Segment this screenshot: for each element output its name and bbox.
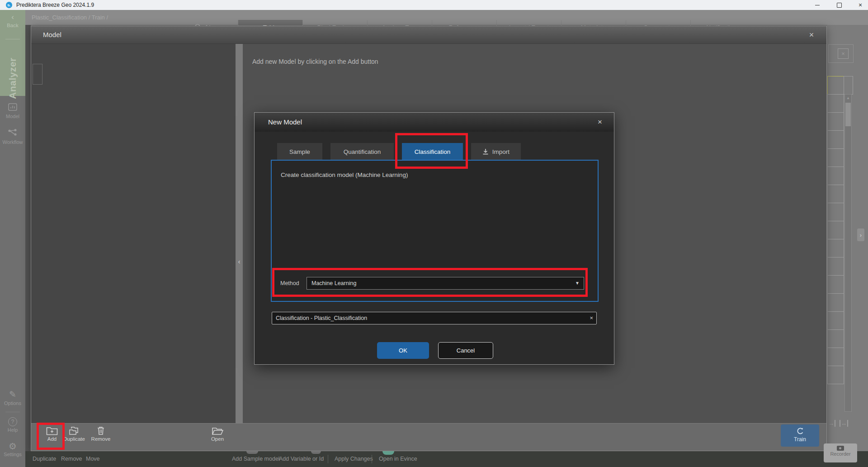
table-cell[interactable]: [827, 329, 844, 348]
separator: [328, 455, 328, 463]
table-cell[interactable]: [827, 148, 844, 167]
sidebar-item-options[interactable]: ✎ Options: [0, 389, 25, 406]
table-cell[interactable]: [827, 348, 844, 366]
sidebar-options-label: Options: [0, 400, 25, 406]
arrow-to-end-icon[interactable]: →: [828, 420, 835, 427]
remove-model-button[interactable]: Remove: [89, 426, 113, 442]
table-cell[interactable]: [827, 185, 844, 203]
model-icon: [8, 103, 17, 111]
table-cell[interactable]: [827, 293, 844, 312]
tab-sample-label: Sample: [289, 148, 310, 155]
dialog-tab-import[interactable]: Import: [471, 143, 521, 160]
minimize-icon: [815, 5, 820, 5]
table-cell[interactable]: [827, 366, 844, 384]
method-value: Machine Learning: [311, 277, 356, 289]
background-scrollbar[interactable]: ▲: [844, 94, 852, 412]
open-model-button[interactable]: Open: [204, 426, 231, 442]
background-table-column: [827, 76, 844, 384]
sidebar-item-help[interactable]: ? Help: [0, 417, 25, 433]
bottom-move-button[interactable]: Move: [86, 451, 100, 467]
dialog-tab-quantification[interactable]: Quantification: [330, 143, 394, 160]
sidebar-model-label: Model: [0, 114, 25, 119]
sidebar-help-label: Help: [0, 427, 25, 433]
duplicate-label: Duplicate: [61, 436, 88, 442]
sidebar-back-section: ‹ Back Analyzer: [0, 10, 25, 96]
dialog-tab-sample[interactable]: Sample: [277, 143, 322, 160]
dialog-tab-classification[interactable]: Classification: [402, 143, 463, 160]
scroll-up-icon[interactable]: ▲: [845, 95, 851, 101]
model-window-close-icon[interactable]: ×: [805, 26, 818, 43]
sidebar-divider-2: [5, 412, 20, 412]
table-cell[interactable]: [844, 76, 853, 95]
table-cell[interactable]: [827, 257, 844, 276]
apply-changes-button[interactable]: Apply Changes: [335, 451, 373, 467]
back-chevron-icon[interactable]: ‹: [0, 13, 25, 22]
table-cell[interactable]: [827, 239, 844, 257]
open-in-evince-button[interactable]: Open in Evince: [379, 451, 417, 467]
table-cell[interactable]: [827, 221, 844, 239]
sidebar-item-workflow[interactable]: Workflow: [0, 129, 25, 145]
clear-name-icon[interactable]: ×: [590, 312, 593, 324]
panel-expander-handle[interactable]: ›: [857, 229, 864, 241]
pencil-icon: ✎: [0, 389, 25, 400]
table-cell[interactable]: [827, 311, 844, 330]
dimmed-gap: [25, 25, 31, 451]
sidebar-brand: Analyzer: [0, 53, 25, 103]
bottom-duplicate-button[interactable]: Duplicate: [33, 451, 56, 467]
sidebar-divider: [5, 39, 20, 39]
add-variable-or-id-button[interactable]: Add Variable or Id: [279, 451, 324, 467]
model-list-panel: [31, 44, 236, 423]
add-model-hint: Add new Model by clicking on the Add but…: [252, 58, 378, 65]
table-cell[interactable]: [827, 94, 844, 113]
dialog-titlebar: New Model ×: [255, 113, 614, 132]
classification-description: Create classification model (Machine Lea…: [281, 172, 408, 178]
bottom-action-bar: Duplicate Remove Move Add Sample model A…: [25, 451, 868, 467]
trash-icon: [97, 426, 105, 435]
table-cell-highlighted[interactable]: [827, 76, 844, 95]
duplicate-model-button[interactable]: Duplicate: [61, 426, 88, 442]
sidebar-back-label[interactable]: Back: [0, 23, 25, 28]
restore-button[interactable]: [832, 0, 846, 10]
model-name-input[interactable]: [272, 312, 597, 324]
folder-plus-icon: [46, 426, 58, 435]
add-model-button[interactable]: Add: [42, 426, 62, 442]
dialog-title: New Model: [268, 113, 302, 132]
breadcrumb[interactable]: Plastic_Classification / Train /: [32, 10, 108, 25]
add-label: Add: [42, 436, 62, 442]
model-toolbar: Add Duplicate Remove: [31, 423, 826, 451]
tab-classification-label: Classification: [415, 148, 451, 155]
sidebar-item-settings[interactable]: ⚙ Settings: [0, 442, 25, 457]
train-refresh-icon: [796, 427, 805, 436]
train-button[interactable]: Train: [781, 424, 819, 447]
help-icon: ?: [8, 417, 17, 426]
table-cell[interactable]: [827, 167, 844, 185]
table-cell[interactable]: [827, 275, 844, 294]
cancel-button[interactable]: Cancel: [438, 342, 493, 359]
table-cell[interactable]: [827, 203, 844, 221]
panel-splitter[interactable]: ‹: [236, 44, 243, 423]
new-model-dialog: New Model × Sample Quantification Classi…: [254, 112, 614, 365]
table-cell[interactable]: [827, 112, 844, 131]
background-panel-close-icon[interactable]: ×: [838, 48, 849, 59]
method-label: Method: [280, 280, 299, 286]
collapse-chevron-icon[interactable]: ‹: [236, 256, 243, 267]
tab-quantification-label: Quantification: [344, 148, 381, 155]
method-dropdown[interactable]: Machine Learning ▼: [307, 277, 584, 290]
folder-open-icon: [212, 426, 223, 435]
close-window-button[interactable]: ×: [854, 0, 867, 10]
add-sample-model-button[interactable]: Add Sample model: [232, 451, 280, 467]
ok-button[interactable]: OK: [377, 342, 429, 359]
minimize-button[interactable]: [811, 0, 824, 10]
dialog-close-icon[interactable]: ×: [593, 113, 607, 132]
scrollbar-thumb[interactable]: [845, 103, 851, 126]
separator: [372, 455, 372, 463]
table-cell[interactable]: [827, 130, 844, 149]
recorder-button[interactable]: Recorder: [824, 443, 857, 462]
bottom-remove-button[interactable]: Remove: [61, 451, 82, 467]
os-titlebar: b. Prediktera Breeze Geo 2024.1.9 ×: [0, 0, 868, 10]
model-list-item-outline: [33, 64, 42, 85]
sidebar-workflow-label: Workflow: [0, 139, 25, 145]
sidebar-item-model[interactable]: Model: [0, 103, 25, 119]
fit-width-icon[interactable]: ↔: [840, 420, 848, 427]
model-window-titlebar: Model ×: [31, 26, 826, 44]
